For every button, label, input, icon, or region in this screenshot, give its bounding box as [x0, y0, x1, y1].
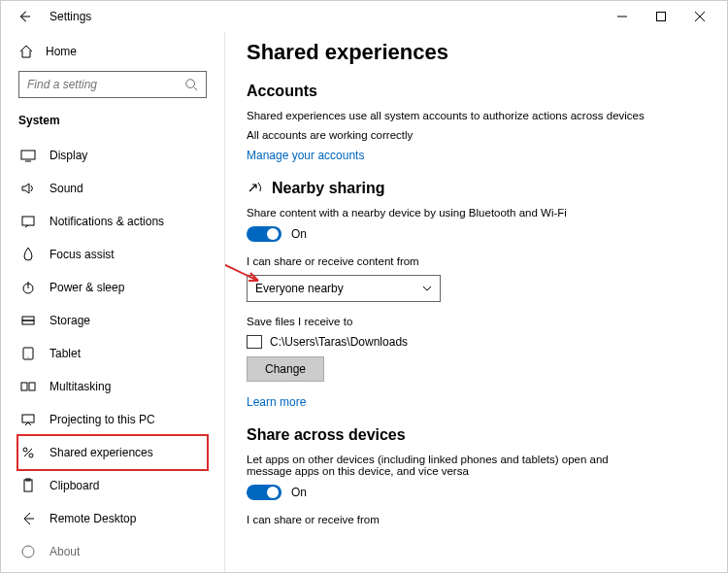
svg-point-18: [23, 448, 27, 452]
back-button[interactable]: [13, 5, 36, 28]
search-icon: [184, 78, 198, 91]
folder-icon: [247, 335, 262, 349]
manage-accounts-link[interactable]: Manage your accounts: [247, 149, 364, 162]
home-label: Home: [46, 45, 77, 58]
sidebar-item-notifications[interactable]: Notifications & actions: [18, 205, 207, 238]
nearby-desc: Share content with a nearby device by us…: [247, 207, 654, 219]
sidebar-item-projecting[interactable]: Projecting to this PC: [18, 403, 207, 436]
close-button[interactable]: [680, 3, 719, 30]
change-button[interactable]: Change: [247, 356, 324, 382]
sidebar-item-tablet[interactable]: Tablet: [18, 337, 207, 370]
accounts-desc: Shared experiences use all system accoun…: [247, 110, 654, 121]
power-icon: [20, 280, 36, 295]
nearby-share-icon: [247, 180, 264, 197]
sidebar-item-sound[interactable]: Sound: [18, 172, 207, 205]
share-from-select[interactable]: Everyone nearby: [247, 275, 441, 302]
svg-rect-1: [657, 13, 666, 21]
sidebar-item-remote-desktop[interactable]: Remote Desktop: [18, 502, 207, 535]
svg-rect-16: [29, 383, 35, 390]
learn-more-link[interactable]: Learn more: [247, 395, 306, 409]
notifications-icon: [20, 214, 36, 229]
display-icon: [20, 148, 36, 163]
sidebar-item-clipboard[interactable]: Clipboard: [18, 469, 207, 502]
tablet-icon: [20, 346, 36, 361]
nearby-heading: Nearby sharing: [247, 180, 706, 197]
sidebar-item-multitasking[interactable]: Multitasking: [18, 370, 207, 403]
search-input[interactable]: [18, 71, 207, 98]
projecting-icon: [20, 412, 36, 427]
svg-rect-11: [22, 317, 34, 320]
svg-line-5: [194, 87, 198, 91]
category-heading: System: [18, 114, 207, 127]
svg-point-14: [28, 357, 29, 358]
save-to-label: Save files I receive to: [247, 316, 654, 327]
nearby-toggle[interactable]: [247, 226, 281, 242]
svg-rect-15: [21, 383, 27, 390]
sidebar-item-power[interactable]: Power & sleep: [18, 271, 207, 304]
sidebar-item-shared-experiences[interactable]: Shared experiences: [18, 436, 207, 469]
svg-point-19: [29, 454, 33, 457]
maximize-button[interactable]: [642, 3, 680, 30]
across-heading: Share across devices: [247, 426, 706, 444]
storage-icon: [20, 313, 36, 328]
shared-experiences-icon: [20, 445, 36, 460]
nearby-toggle-state: On: [291, 227, 307, 241]
clipboard-icon: [20, 478, 36, 493]
svg-point-23: [22, 546, 34, 557]
sidebar-item-about[interactable]: About: [18, 535, 207, 568]
home-link[interactable]: Home: [18, 38, 207, 71]
svg-point-4: [186, 80, 195, 88]
page-title: Shared experiences: [247, 40, 706, 65]
save-path: C:\Users\Taras\Downloads: [270, 335, 408, 349]
svg-rect-17: [22, 415, 34, 422]
about-icon: [20, 544, 36, 559]
accounts-heading: Accounts: [247, 83, 706, 100]
svg-rect-8: [22, 217, 34, 225]
sound-icon: [20, 181, 36, 196]
svg-rect-6: [21, 151, 35, 159]
svg-rect-21: [24, 480, 32, 491]
window-title: Settings: [50, 10, 91, 23]
across-desc: Let apps on other devices (including lin…: [247, 454, 654, 477]
chevron-down-icon: [422, 286, 432, 291]
accounts-status: All accounts are working correctly: [247, 129, 654, 141]
share-from-label: I can share or receive content from: [247, 255, 654, 267]
home-icon: [18, 44, 34, 59]
across-toggle[interactable]: [247, 485, 281, 500]
sidebar-item-focus-assist[interactable]: Focus assist: [18, 238, 207, 271]
svg-line-20: [24, 449, 32, 456]
minimize-button[interactable]: [603, 3, 642, 30]
remote-desktop-icon: [20, 511, 36, 526]
across-toggle-state: On: [291, 486, 307, 499]
multitasking-icon: [20, 379, 36, 394]
sidebar-item-display[interactable]: Display: [18, 139, 207, 172]
svg-rect-12: [22, 320, 34, 324]
focus-assist-icon: [20, 247, 36, 262]
sidebar-item-storage[interactable]: Storage: [18, 304, 207, 337]
across-from-label: I can share or receive from: [247, 514, 654, 525]
